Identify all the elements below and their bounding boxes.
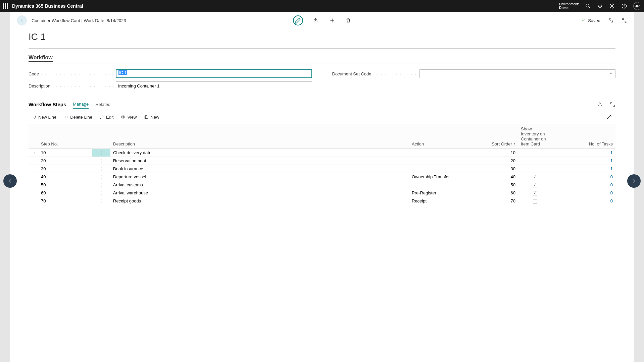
tab-related[interactable]: Related	[95, 101, 110, 108]
cell-sort-order[interactable]: 20	[466, 157, 518, 165]
search-icon[interactable]	[585, 3, 591, 9]
cell-description[interactable]: Receipt goods	[110, 197, 409, 205]
delete-icon[interactable]	[345, 17, 351, 23]
cell-no-tasks[interactable]: 0	[552, 173, 615, 181]
collapse-icon[interactable]	[621, 17, 627, 23]
user-avatar[interactable]: JP	[633, 2, 641, 10]
row-menu-icon[interactable]: ⋮	[99, 190, 103, 195]
table-row[interactable]: 20⋮Reservation boat201	[29, 157, 615, 165]
edit-button[interactable]: Edit	[100, 115, 113, 120]
col-step-no[interactable]: Step No.	[38, 124, 92, 149]
back-button[interactable]	[17, 15, 27, 25]
edit-mode-button[interactable]	[293, 15, 303, 25]
table-row[interactable]: 30⋮Book insurance301	[29, 165, 615, 173]
row-menu-icon[interactable]: ⋮	[99, 198, 103, 203]
row-menu-icon[interactable]: ⋮	[99, 174, 103, 179]
settings-icon[interactable]	[609, 3, 615, 9]
cell-no-tasks[interactable]: 1	[552, 157, 615, 165]
new-icon[interactable]	[329, 17, 335, 23]
cell-action[interactable]	[409, 165, 466, 173]
cell-description[interactable]: Departure vessel	[110, 173, 409, 181]
cell-step-no[interactable]: 60	[38, 189, 92, 197]
cell-sort-order[interactable]: 50	[466, 181, 518, 189]
row-menu-icon[interactable]: ⋮	[99, 166, 103, 171]
expand-subpage-icon[interactable]	[609, 102, 615, 108]
cell-sort-order[interactable]: 40	[466, 173, 518, 181]
cell-show-inv[interactable]	[518, 173, 552, 181]
col-show-inv[interactable]: Show Inventory on Container on Item Card	[518, 124, 552, 149]
workflow-section-title[interactable]: Workflow	[29, 55, 53, 62]
col-no-tasks[interactable]: No. of Tasks	[552, 124, 615, 149]
cell-description[interactable]: Arrival warehouse	[110, 189, 409, 197]
row-indicator	[29, 197, 38, 205]
table-row[interactable]: 40⋮Departure vesselOwnership Transfer400	[29, 173, 615, 181]
cell-step-no[interactable]: 70	[38, 197, 92, 205]
new-line-button[interactable]: New Line	[32, 115, 56, 120]
cell-show-inv[interactable]	[518, 181, 552, 189]
row-menu-icon[interactable]: ⋮	[99, 158, 103, 163]
new-button[interactable]: New	[144, 115, 159, 120]
row-menu-icon[interactable]: ⋮	[99, 182, 103, 187]
table-row[interactable]: 60⋮Arrival warehousePre-Register600	[29, 189, 615, 197]
cell-sort-order[interactable]: 30	[466, 165, 518, 173]
cell-sort-order[interactable]: 10	[466, 149, 518, 157]
tab-manage[interactable]: Manage	[73, 100, 89, 109]
col-sort-order[interactable]: Sort Order ↑	[466, 124, 518, 149]
saved-indicator: Saved	[581, 18, 600, 23]
cell-action[interactable]: Pre-Register	[409, 189, 466, 197]
cell-step-no[interactable]: 30	[38, 165, 92, 173]
table-row-empty[interactable]	[29, 205, 615, 212]
next-record-button[interactable]	[627, 174, 641, 188]
cell-show-inv[interactable]	[518, 165, 552, 173]
app-launcher-icon[interactable]	[3, 3, 8, 9]
cell-action[interactable]	[409, 149, 466, 157]
docset-select[interactable]	[419, 69, 616, 78]
table-row[interactable]: 70⋮Receipt goodsReceipt700	[29, 197, 615, 205]
delete-line-button[interactable]: Delete Line	[64, 115, 92, 120]
row-indicator	[29, 157, 38, 165]
environment-badge[interactable]: Environment: Demo	[559, 2, 579, 10]
cell-show-inv[interactable]	[518, 149, 552, 157]
cell-description[interactable]: Check delivery date	[110, 149, 409, 157]
cell-step-no[interactable]: 10	[38, 149, 92, 157]
cell-step-no[interactable]: 40	[38, 173, 92, 181]
saved-label: Saved	[588, 18, 600, 23]
cell-step-no[interactable]: 50	[38, 181, 92, 189]
table-row[interactable]: →10⋮Check delivery date101	[29, 149, 615, 157]
cell-description[interactable]: Arrival customs	[110, 181, 409, 189]
cell-no-tasks[interactable]: 1	[552, 149, 615, 157]
svg-point-0	[586, 4, 589, 7]
prev-record-button[interactable]	[3, 174, 17, 188]
cell-action[interactable]: Receipt	[409, 197, 466, 205]
table-row[interactable]: 50⋮Arrival customs500	[29, 181, 615, 189]
cell-no-tasks[interactable]: 0	[552, 189, 615, 197]
description-input[interactable]	[116, 81, 312, 90]
cell-action[interactable]: Ownership Transfer	[409, 173, 466, 181]
workflow-steps-grid[interactable]: Step No. Description Action Sort Order ↑…	[29, 124, 615, 212]
cell-step-no[interactable]: 20	[38, 157, 92, 165]
code-input[interactable]: IC 1	[116, 69, 312, 78]
cell-action[interactable]	[409, 157, 466, 165]
help-icon[interactable]	[621, 3, 627, 9]
cell-show-inv[interactable]	[518, 157, 552, 165]
cell-show-inv[interactable]	[518, 189, 552, 197]
cell-sort-order[interactable]: 70	[466, 197, 518, 205]
svg-point-1	[611, 5, 613, 7]
cell-no-tasks[interactable]: 0	[552, 197, 615, 205]
cell-sort-order[interactable]: 60	[466, 189, 518, 197]
cell-description[interactable]: Book insurance	[110, 165, 409, 173]
share-subpage-icon[interactable]	[597, 102, 603, 108]
cell-no-tasks[interactable]: 0	[552, 181, 615, 189]
personalize-icon[interactable]	[606, 114, 612, 120]
cell-action[interactable]	[409, 181, 466, 189]
share-icon[interactable]	[313, 17, 319, 23]
col-description[interactable]: Description	[110, 124, 409, 149]
view-button[interactable]: View	[121, 115, 137, 120]
popout-icon[interactable]	[608, 17, 614, 23]
col-action[interactable]: Action	[409, 124, 466, 149]
row-menu-icon[interactable]: ⋮	[99, 150, 103, 155]
cell-description[interactable]: Reservation boat	[110, 157, 409, 165]
cell-no-tasks[interactable]: 1	[552, 165, 615, 173]
cell-show-inv[interactable]	[518, 197, 552, 205]
notifications-icon[interactable]	[597, 3, 603, 9]
